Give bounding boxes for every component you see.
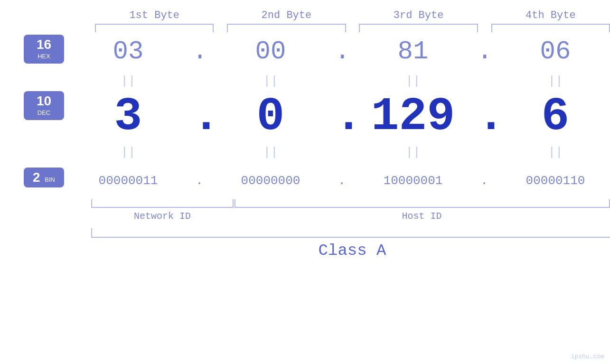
- header-byte4: 4th Byte: [491, 9, 610, 21]
- hex-byte2: 00: [206, 37, 335, 66]
- dot-bin-1: .: [192, 174, 206, 188]
- dec-badge-label: DEC: [38, 109, 50, 116]
- dot-hex-2: .: [335, 37, 349, 66]
- watermark: ipshu.com: [571, 353, 604, 360]
- eq1-byte4: ||: [491, 74, 610, 88]
- dec-byte1: 3: [64, 93, 192, 140]
- dot-dec-3: .: [477, 93, 491, 140]
- eq2-byte3: ||: [349, 145, 477, 159]
- bin-row: 00000011 . 00000000 . 10000001 . 0000011…: [64, 163, 610, 198]
- bin-byte2: 00000000: [206, 174, 335, 188]
- network-id-label: Network ID: [91, 211, 234, 222]
- hex-byte3: 81: [349, 37, 477, 66]
- bin-badge: 2 BIN: [24, 168, 64, 188]
- eq1-byte2: ||: [206, 74, 335, 88]
- eq1-byte3: ||: [349, 74, 477, 88]
- hex-byte1: 03: [64, 37, 192, 66]
- header-byte2: 2nd Byte: [227, 9, 346, 21]
- bracket-top-byte1: [95, 24, 214, 32]
- data-rows: 16 HEX 10 DEC 2 BIN 03 . 00 . 81: [0, 32, 610, 198]
- eq2-byte2: ||: [206, 145, 335, 159]
- bottom-brackets: [91, 199, 610, 208]
- eq1-byte1: ||: [64, 74, 192, 88]
- dot-hex-3: .: [477, 37, 491, 66]
- bin-byte1: 00000011: [64, 174, 192, 188]
- hex-byte4: 06: [491, 37, 610, 66]
- values-columns: 03 . 00 . 81 . 06 || || || || 3 .: [64, 32, 610, 198]
- bottom-brackets-section: Network ID Host ID: [0, 199, 610, 222]
- bin-byte4: 00000110: [491, 174, 610, 188]
- class-bracket: [91, 228, 610, 238]
- dec-byte2: 0: [206, 93, 335, 140]
- top-brackets: [0, 24, 610, 32]
- bracket-top-byte2: [227, 24, 346, 32]
- host-id-label: Host ID: [234, 211, 610, 222]
- dot-dec-2: .: [335, 93, 349, 140]
- eq2-byte1: ||: [64, 145, 192, 159]
- bracket-host-id: [235, 199, 610, 208]
- hex-row: 03 . 00 . 81 . 06: [64, 32, 610, 70]
- class-section: Class A: [0, 228, 610, 260]
- dec-badge: 10 DEC: [24, 91, 64, 120]
- base-labels: 16 HEX 10 DEC 2 BIN: [24, 32, 64, 198]
- bracket-top-byte4: [491, 24, 610, 32]
- dot-bin-3: .: [477, 174, 491, 188]
- dec-row: 3 . 0 . 129 . 6: [64, 92, 610, 141]
- dec-byte3: 129: [349, 93, 477, 140]
- dec-byte4: 6: [491, 93, 610, 140]
- bin-badge-label: BIN: [45, 176, 55, 183]
- hex-badge: 16 HEX: [24, 35, 64, 64]
- dec-badge-number: 10: [37, 93, 51, 108]
- header-byte1: 1st Byte: [95, 9, 214, 21]
- id-labels: Network ID Host ID: [91, 211, 610, 222]
- bin-badge-number: 2: [33, 170, 40, 185]
- dot-hex-1: .: [192, 37, 206, 66]
- equals-row-2: || || || ||: [64, 141, 610, 163]
- hex-badge-label: HEX: [38, 53, 50, 60]
- dot-dec-1: .: [192, 93, 206, 140]
- equals-row-1: || || || ||: [64, 70, 610, 92]
- main-layout: 1st Byte 2nd Byte 3rd Byte 4th Byte 16 H…: [0, 0, 610, 364]
- header-byte3: 3rd Byte: [359, 9, 478, 21]
- bin-byte3: 10000001: [349, 174, 477, 188]
- hex-badge-number: 16: [37, 37, 51, 52]
- bracket-network-id: [91, 199, 234, 208]
- byte-headers-row: 1st Byte 2nd Byte 3rd Byte 4th Byte: [0, 0, 610, 21]
- bracket-top-byte3: [359, 24, 478, 32]
- dot-bin-2: .: [335, 174, 349, 188]
- class-label: Class A: [91, 242, 610, 260]
- eq2-byte4: ||: [491, 145, 610, 159]
